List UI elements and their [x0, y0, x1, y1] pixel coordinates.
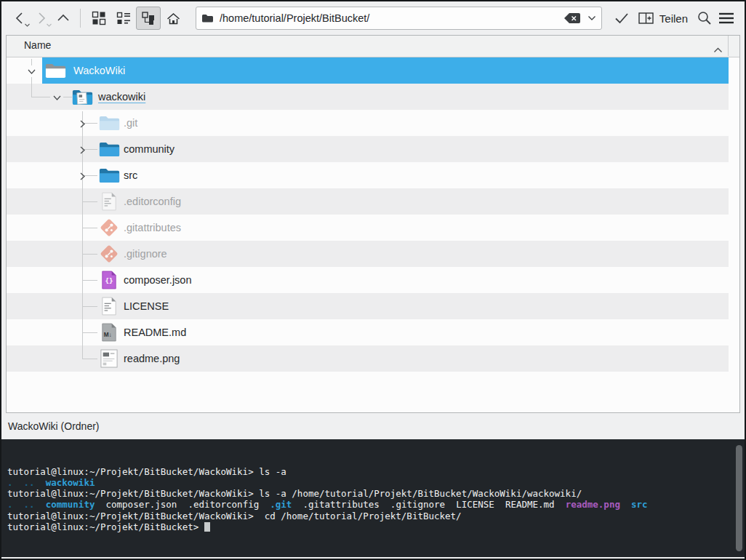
- toolbar-separator: [80, 9, 81, 28]
- tree-row[interactable]: {}composer.json: [7, 267, 729, 293]
- column-divider: [728, 36, 729, 56]
- dolphin-window: /home/tutorial/Projekt/BitBucket/ Teilen: [0, 0, 746, 560]
- tree-row[interactable]: .gitattributes: [7, 215, 729, 241]
- split-view-icon: [638, 12, 654, 25]
- tree-view-button[interactable]: [136, 7, 161, 30]
- file-name: src: [124, 162, 137, 188]
- back-history-caret-icon: [24, 23, 31, 28]
- home-icon: [166, 11, 181, 26]
- file-name: .editorconfig: [124, 188, 181, 215]
- tree-row[interactable]: M↓README.md: [7, 319, 729, 345]
- details-view-button[interactable]: [111, 7, 136, 30]
- expand-arrow-icon[interactable]: [78, 119, 87, 127]
- terminal-output: tutorial@linux:~/Projekt/BitBucket/Wacko…: [7, 466, 730, 533]
- terminal-line: tutorial@linux:~/Projekt/BitBucket/Wacko…: [7, 511, 730, 521]
- expand-arrow-icon[interactable]: [78, 171, 87, 180]
- terminal-cursor[interactable]: [204, 522, 210, 532]
- tree-guide-line: [82, 254, 97, 255]
- tree-row[interactable]: readme.png: [7, 345, 729, 372]
- icons-view-icon: [92, 11, 106, 25]
- json-file-icon: {}: [98, 270, 120, 290]
- sort-ascending-icon[interactable]: [713, 43, 723, 56]
- git-file-icon: [98, 217, 120, 238]
- tree-row[interactable]: wackowiki: [7, 84, 729, 110]
- file-name: community: [124, 136, 175, 162]
- collapse-arrow-icon[interactable]: [27, 66, 36, 75]
- tree-row[interactable]: community: [7, 136, 729, 162]
- text-file-icon: [98, 296, 120, 316]
- tree-guide-line: [82, 280, 97, 281]
- folder-selected-icon: [44, 60, 66, 81]
- location-dropdown-icon[interactable]: [587, 15, 596, 21]
- location-bar[interactable]: /home/tutorial/Projekt/BitBucket/: [196, 7, 602, 30]
- tree-row[interactable]: .editorconfig: [7, 188, 729, 215]
- tree-guide-line: [82, 332, 97, 333]
- text-file-icon: [98, 191, 120, 212]
- name-column-header[interactable]: Name: [24, 39, 51, 51]
- terminal-line: tutorial@linux:~/Projekt/BitBucket/Wacko…: [7, 488, 730, 499]
- terminal-line: . .. community composer.json .editorconf…: [7, 499, 730, 510]
- tree-guide-line: [31, 97, 50, 97]
- terminal-scrollbar[interactable]: [736, 445, 742, 551]
- menu-button[interactable]: [715, 7, 737, 30]
- folder-hidden-icon: [98, 113, 120, 133]
- up-arrow-icon: [55, 10, 71, 26]
- hamburger-menu-icon: [718, 11, 734, 25]
- expand-arrow-icon[interactable]: [78, 145, 87, 153]
- file-name: .gitignore: [124, 241, 167, 267]
- bottom-margin: [1, 557, 745, 559]
- tree-guide-line: [31, 59, 32, 65]
- folder-icon: [98, 165, 120, 185]
- collapse-arrow-icon[interactable]: [52, 92, 61, 101]
- tree-row[interactable]: src: [7, 162, 729, 188]
- icons-view-button[interactable]: [87, 7, 111, 30]
- location-folder-icon: [201, 13, 214, 23]
- terminal-line: . .. wackowiki: [7, 477, 730, 488]
- back-button[interactable]: [9, 7, 31, 30]
- file-name: composer.json: [124, 267, 192, 293]
- image-file-icon: [98, 348, 120, 369]
- checkmark-icon: [614, 12, 629, 25]
- svg-text:{}: {}: [105, 276, 113, 284]
- up-button[interactable]: [52, 7, 74, 30]
- column-header[interactable]: Name: [7, 36, 739, 57]
- file-name: README.md: [124, 319, 186, 345]
- status-bar: WackoWiki (Ordner): [1, 413, 745, 439]
- forward-history-caret-icon: [46, 23, 52, 28]
- search-icon: [697, 10, 713, 26]
- status-text: WackoWiki (Ordner): [8, 420, 100, 432]
- tree-guide-line: [82, 359, 97, 359]
- split-view-label: Teilen: [659, 12, 688, 25]
- file-name: readme.png: [124, 345, 180, 372]
- home-button[interactable]: [161, 7, 185, 30]
- file-name: LICENSE: [124, 293, 169, 319]
- tree-view-icon: [141, 11, 156, 25]
- tree-row[interactable]: .gitignore: [7, 241, 729, 267]
- location-path[interactable]: /home/tutorial/Projekt/BitBucket/: [220, 12, 563, 24]
- svg-text:M↓: M↓: [104, 332, 112, 338]
- tree-row[interactable]: .git: [7, 110, 729, 136]
- file-name: wackowiki: [98, 84, 145, 110]
- git-file-icon: [98, 244, 120, 264]
- tree-guide-line: [82, 228, 97, 228]
- tree-guide-line: [82, 201, 97, 202]
- search-button[interactable]: [694, 7, 715, 30]
- terminal-line: tutorial@linux:~/Projekt/BitBucket/Wacko…: [7, 466, 730, 477]
- tree-guide-line: [82, 306, 97, 307]
- clear-location-icon[interactable]: [563, 12, 581, 24]
- terminal-panel[interactable]: tutorial@linux:~/Projekt/BitBucket/Wacko…: [1, 439, 745, 557]
- terminal-line: tutorial@linux:~/Projekt/BitBucket>: [7, 521, 730, 532]
- file-name: WackoWiki: [73, 57, 125, 84]
- tree-guide-line: [31, 77, 32, 97]
- folder-icon: [98, 139, 120, 159]
- markdown-file-icon: M↓: [98, 322, 120, 343]
- tree-row[interactable]: WackoWiki: [7, 57, 729, 84]
- tree-row[interactable]: LICENSE: [7, 293, 729, 319]
- folder-contents-icon: [71, 87, 93, 107]
- accept-button[interactable]: [611, 7, 633, 30]
- file-view: Name WackoWikiwackowiki.gitcommunitysrc.…: [6, 35, 740, 413]
- details-view-icon: [116, 11, 131, 25]
- main-toolbar: /home/tutorial/Projekt/BitBucket/ Teilen: [1, 1, 745, 35]
- forward-button[interactable]: [31, 7, 52, 30]
- split-view-button[interactable]: Teilen: [633, 7, 694, 30]
